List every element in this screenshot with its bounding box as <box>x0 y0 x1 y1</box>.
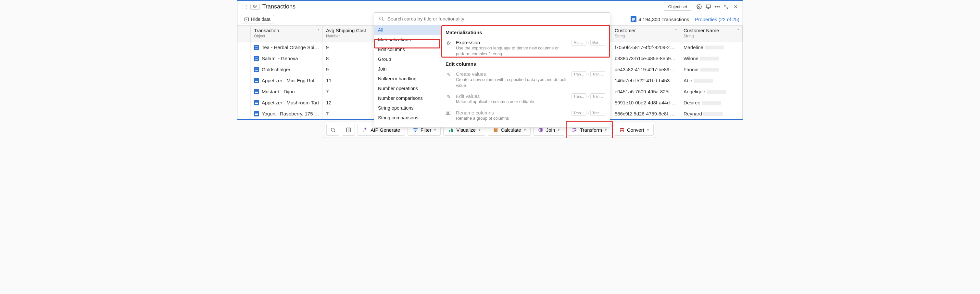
pencil-icon: ✎ <box>445 71 452 78</box>
svg-rect-5 <box>632 20 634 21</box>
svg-point-21 <box>495 131 495 131</box>
panel-topbar: ⋮⋮ $A Transactions Object set ••• <box>237 1 743 13</box>
caret-down-icon: ▾ <box>647 128 649 132</box>
expand-icon[interactable] <box>723 3 730 10</box>
card-desc: Create a new column with a specified dat… <box>456 77 568 88</box>
object-icon <box>254 56 259 61</box>
book-button[interactable] <box>342 124 355 136</box>
card-desc: Make all applicable columns user editabl… <box>456 99 568 105</box>
object-icon <box>254 89 259 94</box>
svg-point-9 <box>331 128 334 131</box>
panel-title: Transactions <box>262 3 296 10</box>
convert-button[interactable]: Convert▾ <box>614 124 654 136</box>
column-header[interactable]: Customer▾String <box>611 26 680 42</box>
aip-generate-label: AIP Generate <box>371 127 400 133</box>
cell-customer: 5991e10-0be2-4d8f-a44d-76fe9f56 <box>611 97 680 108</box>
category-item[interactable]: Null/error handling <box>374 74 441 83</box>
redacted-text <box>694 79 713 83</box>
svg-rect-17 <box>495 128 497 129</box>
category-item[interactable]: Group <box>374 54 441 64</box>
cell-customer-name: Angelique <box>680 86 743 97</box>
convert-label: Convert <box>627 127 644 133</box>
cell-customer-name: Desiree <box>680 97 743 108</box>
cell-transaction: Goldschalger <box>250 64 323 75</box>
object-icon <box>254 78 259 83</box>
join-icon <box>538 127 544 133</box>
search-button[interactable] <box>326 124 339 136</box>
group-title: Edit columns <box>441 59 610 69</box>
svg-point-22 <box>495 131 496 131</box>
convert-icon <box>619 127 625 133</box>
gear-icon[interactable] <box>695 3 703 10</box>
svg-point-18 <box>495 130 495 130</box>
category-item[interactable]: String comparisons <box>374 113 441 123</box>
svg-rect-12 <box>415 131 416 132</box>
transform-icon <box>572 127 578 133</box>
svg-point-19 <box>495 130 496 130</box>
category-item[interactable]: Materializations <box>374 35 441 45</box>
object-icon <box>631 16 636 22</box>
card-list: Materializations fx Expression Use the e… <box>441 25 610 127</box>
card-tags: Transf…›Transf… <box>571 110 605 116</box>
sparkle-icon <box>363 127 368 133</box>
cell-customer-name: Wilone <box>680 53 743 64</box>
drag-handle-icon[interactable]: ⋮⋮ <box>240 4 248 9</box>
caret-down-icon: ▾ <box>524 128 526 132</box>
cell-customer-name: Reynard <box>680 108 743 119</box>
category-item[interactable]: All <box>374 25 441 35</box>
category-item[interactable]: Number comparisons <box>374 93 441 103</box>
hide-data-button[interactable]: Hide data <box>240 15 274 23</box>
category-item[interactable]: Number operations <box>374 83 441 93</box>
svg-rect-13 <box>449 130 450 132</box>
redacted-text <box>703 112 723 116</box>
variable-chip[interactable]: $A <box>250 4 260 10</box>
card-title: Expression <box>456 40 568 45</box>
calculator-icon <box>493 127 498 133</box>
card-tags: Transf…›Transf… <box>571 93 605 99</box>
more-icon[interactable]: ••• <box>714 3 721 10</box>
row-handle-col <box>237 26 250 42</box>
caret-down-icon: ▾ <box>675 28 677 31</box>
category-item[interactable]: Edit columns <box>374 45 441 54</box>
transform-popover: AllMaterializationsEdit columnsGroupJoin… <box>374 12 610 128</box>
search-input[interactable] <box>387 16 605 21</box>
svg-rect-14 <box>451 128 452 132</box>
cell-customer-name: Madeline <box>680 42 743 53</box>
redacted-text <box>705 46 724 50</box>
category-item[interactable]: String operations <box>374 103 441 113</box>
function-icon: fx <box>445 40 452 46</box>
category-item[interactable]: Join <box>374 64 441 74</box>
transform-label: Transform <box>580 127 602 133</box>
cell-transaction: Tea - Herbal Orange Spice <box>250 42 323 53</box>
svg-point-23 <box>496 131 497 131</box>
card-create-values[interactable]: ✎ Create values Create a new column with… <box>441 69 610 91</box>
caret-down-icon: ▾ <box>558 128 560 132</box>
card-expression[interactable]: fx Expression Use the expression languag… <box>441 37 610 59</box>
card-edit-values[interactable]: ✎ Edit values Make all applicable column… <box>441 91 610 107</box>
filter-label: Filter <box>420 127 431 133</box>
redacted-text <box>702 101 721 105</box>
row-count: 4,194,300 Transactions <box>631 16 689 22</box>
properties-link[interactable]: Properties (22 of 25) <box>695 17 740 22</box>
card-desc: Use the expression language to derive ne… <box>456 45 568 57</box>
close-icon[interactable] <box>732 3 739 10</box>
book-icon <box>345 127 352 133</box>
svg-point-6 <box>380 17 383 20</box>
cell-customer: de43c82-4119-42f7-be89-65b8a3b <box>611 64 680 75</box>
pencil-icon: ✎ <box>445 93 452 100</box>
calculate-label: Calculate <box>501 127 521 133</box>
redacted-text <box>706 90 726 94</box>
caret-down-icon: ▾ <box>318 28 319 31</box>
svg-rect-26 <box>573 128 573 129</box>
hide-data-label: Hide data <box>251 17 270 22</box>
svg-rect-4 <box>632 19 635 20</box>
object-set-button[interactable]: Object set <box>664 3 691 11</box>
cell-customer: f7050fc-5817-4f0f-8209-2e041a02 <box>611 42 680 53</box>
card-rename-columns[interactable]: Rename columns Rename a group of columns… <box>441 107 610 124</box>
column-header[interactable]: Customer Name▾String <box>680 26 743 42</box>
present-icon[interactable] <box>705 3 712 10</box>
column-header[interactable]: Transaction▾Object <box>250 26 323 42</box>
cell-customer: 146d7eb-f522-41bd-b453-03e5e69 <box>611 75 680 86</box>
row-count-text: 4,194,300 Transactions <box>638 17 689 22</box>
cell-customer: 566c9f2-5d26-4759-8e8f-7563ab5 <box>611 108 680 119</box>
